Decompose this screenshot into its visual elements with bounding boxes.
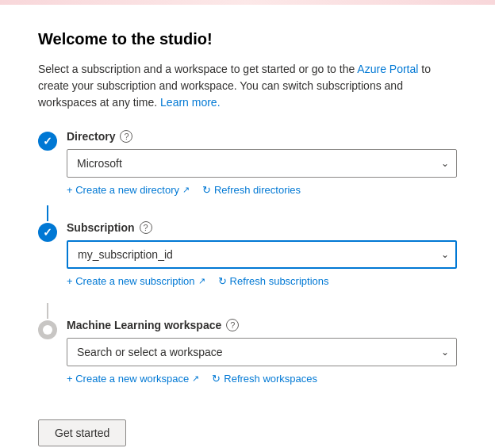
checkmark-icon: ✓ bbox=[43, 135, 52, 147]
workspace-action-links: + Create a new workspace ↗ ↻ Refresh wor… bbox=[67, 373, 457, 385]
refresh-icon-3: ↻ bbox=[212, 373, 221, 385]
create-new-directory-link[interactable]: + Create a new directory ↗ bbox=[67, 184, 190, 196]
intro-text: Select a subscription and a workspace to… bbox=[38, 61, 457, 111]
workspace-content: Machine Learning workspace ? Search or s… bbox=[67, 319, 457, 385]
directory-content: Directory ? Microsoft ⌄ + Create a new d… bbox=[67, 130, 457, 196]
connector-line-2 bbox=[47, 303, 48, 319]
learn-more-link[interactable]: Learn more. bbox=[160, 96, 220, 109]
workspace-help-icon[interactable]: ? bbox=[226, 319, 239, 331]
subscription-action-links: + Create a new subscription ↗ ↻ Refresh … bbox=[67, 275, 457, 287]
create-new-workspace-link[interactable]: + Create a new workspace ↗ bbox=[67, 373, 199, 385]
subscription-content: Subscription ? my_subscription_id ⌄ + Cr… bbox=[67, 221, 457, 287]
directory-step-icon: ✓ bbox=[38, 132, 57, 151]
directory-dropdown[interactable]: Microsoft bbox=[67, 149, 457, 178]
azure-portal-link[interactable]: Azure Portal bbox=[357, 63, 418, 75]
main-container: Welcome to the studio! Select a subscrip… bbox=[0, 5, 495, 448]
workspace-dropdown[interactable]: Search or select a workspace bbox=[67, 338, 457, 366]
subscription-section: ✓ Subscription ? my_subscription_id ⌄ + … bbox=[38, 221, 457, 287]
workspace-section: Machine Learning workspace ? Search or s… bbox=[38, 319, 457, 385]
subscription-step-icon: ✓ bbox=[38, 223, 57, 242]
external-link-icon-3: ↗ bbox=[192, 373, 199, 384]
workspace-step-icon bbox=[38, 320, 57, 339]
get-started-button[interactable]: Get started bbox=[38, 419, 126, 446]
connector-line-1 bbox=[47, 205, 48, 221]
page-title: Welcome to the studio! bbox=[38, 30, 457, 48]
checkmark-icon-2: ✓ bbox=[43, 226, 52, 239]
directory-dropdown-wrapper: Microsoft ⌄ bbox=[67, 149, 457, 178]
subscription-help-icon[interactable]: ? bbox=[140, 221, 152, 234]
subscription-dropdown-wrapper: my_subscription_id ⌄ bbox=[67, 240, 457, 269]
directory-action-links: + Create a new directory ↗ ↻ Refresh dir… bbox=[67, 184, 457, 196]
directory-section: ✓ Directory ? Microsoft ⌄ + Create a new… bbox=[38, 130, 457, 196]
refresh-directories-link[interactable]: ↻ Refresh directories bbox=[202, 184, 301, 196]
subscription-label: Subscription ? bbox=[67, 221, 457, 234]
workspace-dropdown-wrapper: Search or select a workspace ⌄ bbox=[67, 338, 457, 366]
external-link-icon: ↗ bbox=[182, 185, 190, 195]
intro-text-1: Select a subscription and a workspace to… bbox=[38, 63, 357, 75]
workspace-label: Machine Learning workspace ? bbox=[67, 319, 457, 331]
refresh-subscriptions-link[interactable]: ↻ Refresh subscriptions bbox=[218, 275, 329, 287]
refresh-icon-2: ↻ bbox=[218, 275, 227, 287]
directory-label: Directory ? bbox=[67, 130, 457, 143]
refresh-workspaces-link[interactable]: ↻ Refresh workspaces bbox=[212, 373, 317, 385]
external-link-icon-2: ↗ bbox=[198, 276, 205, 286]
directory-help-icon[interactable]: ? bbox=[120, 130, 132, 143]
refresh-icon: ↻ bbox=[202, 184, 211, 196]
create-new-subscription-link[interactable]: + Create a new subscription ↗ bbox=[67, 275, 205, 287]
subscription-dropdown[interactable]: my_subscription_id bbox=[67, 240, 457, 269]
